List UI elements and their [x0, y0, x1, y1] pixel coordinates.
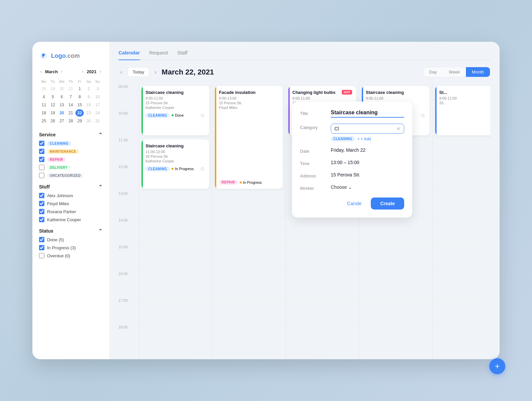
filter-item-delivery: DELIVERY: [39, 165, 102, 170]
popup-cancel-btn[interactable]: Cansle: [342, 198, 367, 209]
cal-day[interactable]: 15: [75, 101, 84, 109]
popup-category-input[interactable]: [334, 126, 394, 131]
event-title: Facade insulation: [219, 90, 279, 95]
cal-day[interactable]: 3: [93, 85, 102, 93]
cal-day[interactable]: 19: [49, 109, 57, 117]
service-filter-header[interactable]: Service ⌃: [39, 132, 102, 137]
cal-day[interactable]: 29: [49, 85, 57, 93]
cal-day[interactable]: 13: [58, 101, 66, 109]
popup-create-btn[interactable]: Create: [371, 197, 404, 210]
stuff-item-roxana: Roxana Parker: [39, 209, 102, 214]
event-title: St...: [439, 90, 490, 95]
mini-prev-year-btn[interactable]: ‹: [81, 69, 85, 75]
cal-day[interactable]: 12: [49, 101, 57, 109]
cal-day[interactable]: 23: [84, 109, 93, 117]
cal-day[interactable]: 16: [84, 101, 93, 109]
mini-next-year-btn[interactable]: ›: [98, 69, 102, 75]
tab-request[interactable]: Request: [149, 50, 168, 60]
event-staircase-col1-1[interactable]: Staircase cleaning 9:00-11:00 15 Perova …: [142, 86, 209, 135]
prev-date-btn[interactable]: ‹: [118, 68, 124, 77]
popup-title-value: Staircase cleaning: [331, 110, 404, 118]
cal-day[interactable]: 17: [93, 101, 102, 109]
view-week-btn[interactable]: Week: [443, 67, 466, 77]
cal-day[interactable]: 18: [40, 109, 48, 117]
event-staircase-col1-2[interactable]: Staircase cleaning 11:00-13:00 18 Perova…: [142, 139, 209, 189]
today-button[interactable]: Today: [127, 67, 149, 77]
cal-day[interactable]: 1: [75, 85, 84, 93]
cal-day[interactable]: 21: [67, 109, 75, 117]
event-emoji-btn[interactable]: ☺: [200, 112, 205, 118]
filter-delivery-badge: DELIVERY: [47, 165, 70, 170]
event-facade-col2[interactable]: Facade insulation 9:00-13:00 15 Perova S…: [215, 86, 283, 189]
popup-address-value: 15 Perova Str.: [331, 172, 404, 178]
fab-add-btn[interactable]: +: [489, 358, 505, 374]
cal-day[interactable]: 25: [40, 117, 48, 125]
stuff-alex-checkbox[interactable]: [39, 193, 44, 198]
cal-day[interactable]: 7: [67, 93, 75, 101]
tab-calendar[interactable]: Calendar: [118, 50, 140, 60]
main-tabs: Calendar Request Staff: [118, 50, 490, 60]
popup-worker-select[interactable]: Choose ⌄: [331, 184, 404, 190]
event-footer: CLEANING Done ☺: [146, 112, 205, 118]
cal-day-today[interactable]: 22: [75, 109, 84, 117]
cal-day[interactable]: 27: [58, 117, 66, 125]
status-progress-checkbox[interactable]: [39, 245, 44, 250]
service-filter-label: Service: [39, 132, 56, 137]
cal-day[interactable]: 6: [58, 93, 66, 101]
cal-day[interactable]: 28: [40, 85, 48, 93]
cal-day[interactable]: 11: [40, 101, 48, 109]
status-filter-header[interactable]: Status ⌃: [39, 228, 102, 234]
cal-day[interactable]: 24: [93, 109, 102, 117]
stuff-katherine-checkbox[interactable]: [39, 217, 44, 222]
cal-day[interactable]: 31: [93, 117, 102, 125]
status-overdue-checkbox[interactable]: [39, 253, 44, 258]
event-emoji-btn[interactable]: ☺: [200, 166, 205, 172]
cal-day[interactable]: 5: [49, 93, 57, 101]
cal-day[interactable]: 9: [84, 93, 93, 101]
event-staircase-col5[interactable]: St... 9:00-11:00 20...: [435, 86, 490, 135]
stuff-roxana-checkbox[interactable]: [39, 209, 44, 214]
cal-day[interactable]: 29: [75, 117, 84, 125]
stuff-roxana-label: Roxana Parker: [47, 209, 76, 214]
next-date-btn[interactable]: ›: [153, 68, 158, 77]
view-day-btn[interactable]: Day: [423, 67, 443, 77]
filter-delivery-checkbox[interactable]: [39, 165, 44, 170]
day-header-sa: Sa: [84, 79, 93, 85]
event-worker: Katherine Cooper: [146, 106, 205, 110]
cal-day[interactable]: 10: [93, 93, 102, 101]
cal-day[interactable]: 31: [67, 85, 75, 93]
cal-day[interactable]: 30: [84, 117, 93, 125]
cal-day[interactable]: 4: [40, 93, 48, 101]
view-month-btn[interactable]: Month: [466, 67, 490, 77]
event-emoji-btn[interactable]: ☺: [420, 112, 426, 118]
filter-cleaning-checkbox[interactable]: [39, 141, 44, 146]
mini-cal-month-nav: ‹ March ›: [39, 69, 64, 75]
filter-maintenance-checkbox[interactable]: [39, 149, 44, 154]
event-address: 18 Perova Str.: [146, 154, 205, 158]
stuff-filter-header[interactable]: Stuff ⌃: [39, 184, 102, 189]
stuff-filter: Stuff ⌃ Alex Johnson Floyd Miles Roxana …: [39, 184, 102, 222]
day-header-fr: Fr: [75, 79, 84, 85]
calendar-header: ‹ Today › March 22, 2021 Day Week Month: [118, 67, 490, 77]
cal-day[interactable]: 8: [75, 93, 84, 101]
cal-day[interactable]: 20: [58, 109, 66, 117]
stuff-floyd-checkbox[interactable]: [39, 201, 44, 206]
cal-day[interactable]: 30: [58, 85, 66, 93]
cal-day[interactable]: 14: [67, 101, 75, 109]
logo-icon: [39, 51, 48, 60]
status-text: In Progress: [175, 167, 194, 171]
event-worker: Floyd Miles: [219, 106, 279, 110]
mini-prev-month-btn[interactable]: ‹: [39, 69, 43, 75]
event-time: 9:00-11:00: [146, 96, 205, 100]
popup-add-tag-btn[interactable]: + + Add: [357, 137, 371, 141]
popup-category-clear-btn[interactable]: ✕: [396, 126, 401, 131]
cal-day[interactable]: 26: [49, 117, 57, 125]
mini-next-month-btn[interactable]: ›: [60, 69, 64, 75]
cal-day[interactable]: 28: [67, 117, 75, 125]
filter-repair-checkbox[interactable]: [39, 157, 44, 162]
status-done-checkbox[interactable]: [39, 237, 44, 242]
cal-day[interactable]: 2: [84, 85, 93, 93]
popup-title-row: Title Staircase cleaning: [300, 110, 404, 118]
filter-uncategorized-checkbox[interactable]: [39, 173, 44, 178]
tab-staff[interactable]: Staff: [177, 50, 188, 60]
